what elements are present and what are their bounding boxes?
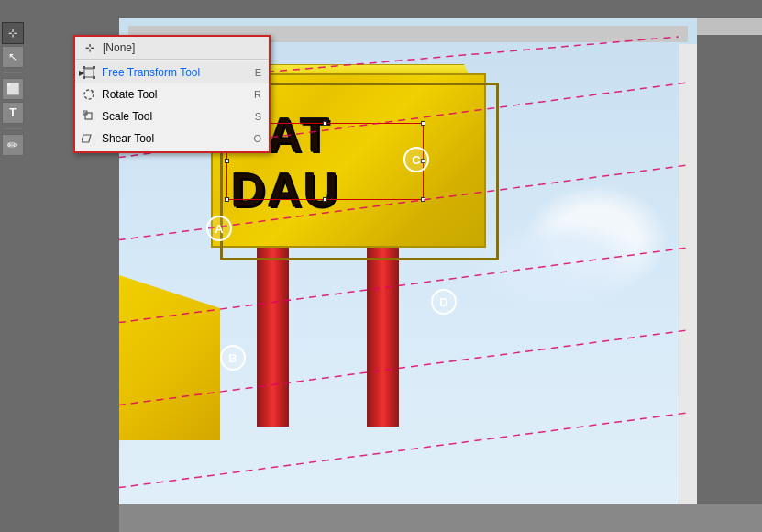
rotate-icon bbox=[81, 86, 97, 103]
text-tool-btn[interactable]: T bbox=[2, 102, 24, 124]
handle-mid-left[interactable] bbox=[225, 159, 229, 163]
handle-mid-right[interactable] bbox=[421, 159, 425, 163]
svg-rect-6 bbox=[84, 68, 94, 77]
handle-bot-left[interactable] bbox=[225, 197, 229, 202]
menu-item-scale[interactable]: Scale Tool S bbox=[75, 105, 269, 127]
bottom-bar bbox=[119, 504, 762, 532]
svg-rect-16 bbox=[82, 135, 91, 142]
handle-top-right[interactable] bbox=[421, 121, 425, 126]
svg-rect-8 bbox=[93, 66, 95, 69]
free-transform-icon bbox=[81, 64, 97, 81]
menu-header: ⊹ [None] bbox=[75, 37, 269, 60]
svg-rect-10 bbox=[93, 76, 95, 79]
scale-shortcut: S bbox=[255, 111, 261, 122]
shear-shortcut: O bbox=[253, 133, 261, 144]
right-panel bbox=[679, 44, 697, 512]
svg-rect-7 bbox=[83, 66, 85, 69]
menu-item-free-transform[interactable]: Free Transform Tool E bbox=[75, 61, 269, 83]
toolbar-separator-2 bbox=[4, 128, 22, 129]
direct-select-btn[interactable]: ↖ bbox=[2, 46, 24, 68]
pencil-tool-btn[interactable]: ✏ bbox=[2, 134, 24, 156]
rotate-label: Rotate Tool bbox=[102, 88, 249, 101]
free-transform-label: Free Transform Tool bbox=[102, 66, 250, 79]
menu-none-label: [None] bbox=[103, 41, 135, 54]
select-tool-btn[interactable]: ⊹ bbox=[2, 22, 24, 44]
menu-items-list: Free Transform Tool E Rotate Tool R bbox=[75, 60, 269, 151]
handle-bot-right[interactable] bbox=[421, 197, 425, 202]
scale-icon bbox=[81, 108, 97, 125]
menu-header-icon: ⊹ bbox=[83, 40, 97, 55]
svg-rect-9 bbox=[83, 76, 85, 79]
billboard-post-right bbox=[367, 243, 399, 427]
frame-tool-btn[interactable]: ⬜ bbox=[2, 78, 24, 100]
menu-item-rotate[interactable]: Rotate Tool R bbox=[75, 83, 269, 105]
shear-label: Shear Tool bbox=[102, 132, 248, 145]
toolbar-separator bbox=[4, 72, 22, 73]
rotate-shortcut: R bbox=[254, 89, 261, 100]
free-transform-shortcut: E bbox=[255, 67, 261, 78]
left-toolbar: ⊹ ↖ ⬜ T ✏ bbox=[0, 18, 26, 156]
tool-dropdown-menu: ⊹ [None] Free Transform Tool E bbox=[73, 35, 271, 153]
scale-label: Scale Tool bbox=[102, 110, 250, 123]
billboard-post-left bbox=[257, 243, 289, 427]
menu-item-shear[interactable]: Shear Tool O bbox=[75, 127, 269, 150]
shear-icon bbox=[81, 130, 97, 147]
